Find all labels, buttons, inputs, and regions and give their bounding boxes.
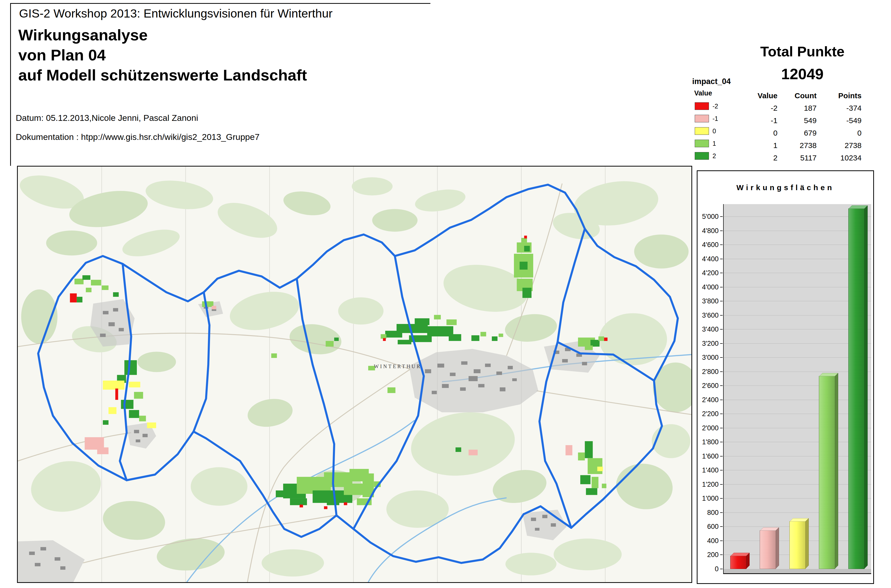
y-tick-mark [720, 428, 723, 428]
table-cell: 2738 [817, 139, 861, 152]
chart-title: Wirkungsflächen [698, 183, 873, 192]
y-tick-label: 3'800 [702, 297, 718, 305]
total-points-block: Total Punkte 12049 [734, 40, 871, 86]
chart-bar-value-2 [848, 208, 865, 569]
y-tick-mark [720, 569, 723, 569]
legend: -2 -1 0 1 2 [695, 102, 718, 165]
chart-bar-side-face [864, 206, 868, 569]
legend-item: 1 [695, 140, 718, 147]
y-tick-mark [720, 329, 723, 330]
chart-bar-value-1 [819, 376, 835, 569]
table-cell: 679 [777, 127, 817, 139]
title-line-3: auf Modell schützenswerte Landschaft [18, 65, 307, 85]
page-title: Wirkungsanalyse von Plan 04 auf Modell s… [18, 25, 307, 85]
chart-bar-side-face [776, 527, 779, 569]
y-tick-label: 2'800 [702, 368, 718, 375]
total-points-value: 12049 [734, 63, 871, 86]
chart-bar-side-face [806, 518, 809, 569]
col-header-value: Value [736, 89, 777, 102]
table-cell: 2738 [777, 139, 817, 152]
y-tick-mark [720, 512, 723, 513]
topographic-map: WINTERTHUR [18, 166, 692, 582]
legend-label: 0 [712, 128, 716, 135]
table-cell: -1 [736, 114, 777, 127]
legend-label: 1 [712, 140, 716, 147]
y-tick-label: 2'400 [702, 396, 718, 404]
y-tick-label: 4'400 [702, 255, 718, 263]
chart-y-axis: 02004006008001'0001'2001'4001'6001'8002'… [698, 204, 723, 569]
y-tick-mark [720, 231, 723, 231]
title-line-1: Wirkungsanalyse [18, 25, 307, 45]
table-cell: -549 [817, 114, 861, 127]
neatline-left [10, 3, 11, 166]
y-tick-mark [720, 400, 723, 400]
title-line-2: von Plan 04 [18, 45, 307, 65]
y-tick-mark [720, 287, 723, 287]
y-tick-mark [720, 244, 723, 245]
y-tick-mark [720, 555, 723, 555]
y-tick-mark [720, 343, 723, 344]
chart-frame: Wirkungsflächen 02004006008001'0001'2001… [697, 170, 874, 584]
y-tick-mark [720, 357, 723, 358]
legend-layer-name: impact_04 [692, 77, 731, 86]
table-cell: 0 [736, 127, 777, 139]
legend-swatch-plus2 [695, 152, 709, 160]
y-tick-label: 3'200 [702, 339, 718, 347]
table-cell: -2 [736, 102, 777, 114]
table-cell: 1 [736, 139, 777, 152]
y-tick-label: 4'000 [702, 283, 718, 291]
y-tick-label: 800 [707, 508, 718, 516]
y-tick-label: 3'000 [702, 354, 718, 362]
legend-swatch-minus2 [695, 102, 709, 110]
legend-swatch-minus1 [695, 115, 709, 122]
table-cell: 187 [777, 102, 817, 114]
chart-bar-value--2 [730, 556, 747, 569]
y-tick-label: 1'000 [702, 495, 718, 502]
chart-bar-value-0 [789, 521, 806, 569]
y-tick-mark [720, 484, 723, 484]
y-tick-mark [720, 540, 723, 541]
legend-swatch-zero [695, 127, 709, 135]
date-authors-line: Datum: 05.12.2013,Nicole Jenni, Pascal Z… [16, 113, 198, 123]
map-city-label: WINTERTHUR [374, 364, 421, 369]
table-cell: 5117 [777, 152, 817, 164]
table-cell: -374 [817, 102, 861, 114]
y-tick-label: 4'800 [702, 227, 718, 235]
y-tick-label: 2'600 [702, 382, 718, 390]
workshop-subtitle: GIS-2 Workshop 2013: Entwicklungsvisione… [19, 6, 333, 20]
y-tick-mark [720, 498, 723, 499]
legend-field-label: Value [694, 89, 712, 97]
table-cell: 2 [736, 152, 777, 164]
map-frame: WINTERTHUR [17, 166, 692, 583]
table-cell: 0 [817, 127, 861, 139]
chart-floor [723, 569, 871, 574]
y-tick-mark [720, 456, 723, 456]
y-tick-mark [720, 301, 723, 302]
chart-plot-area [723, 204, 871, 569]
y-tick-label: 4'600 [702, 241, 718, 249]
neatline-top [10, 3, 430, 4]
y-tick-mark [720, 259, 723, 259]
documentation-line: Dokumentation : htpp://www.gis.hsr.ch/wi… [16, 132, 260, 142]
y-tick-label: 2'000 [702, 424, 718, 432]
y-tick-mark [720, 216, 723, 217]
legend-item: -2 [695, 102, 718, 110]
points-table: Value Count Points -2 187 -374 -1 549 -5… [736, 89, 861, 164]
total-points-label: Total Punkte [734, 40, 871, 63]
col-header-count: Count [777, 89, 817, 102]
col-header-points: Points [817, 89, 861, 102]
legend-item: -1 [695, 115, 718, 122]
y-tick-mark [720, 273, 723, 273]
y-tick-mark [720, 414, 723, 414]
y-tick-mark [720, 470, 723, 471]
legend-label: 2 [712, 152, 716, 160]
y-tick-mark [720, 386, 723, 386]
y-tick-label: 1'600 [702, 452, 718, 460]
map-layout-page: GIS-2 Workshop 2013: Entwicklungsvisione… [0, 0, 891, 588]
y-tick-label: 3'600 [702, 311, 718, 319]
y-tick-label: 1'200 [702, 480, 718, 488]
y-tick-label: 200 [707, 551, 718, 559]
y-tick-mark [720, 442, 723, 442]
legend-item: 0 [695, 127, 718, 135]
y-tick-label: 0 [715, 565, 718, 573]
